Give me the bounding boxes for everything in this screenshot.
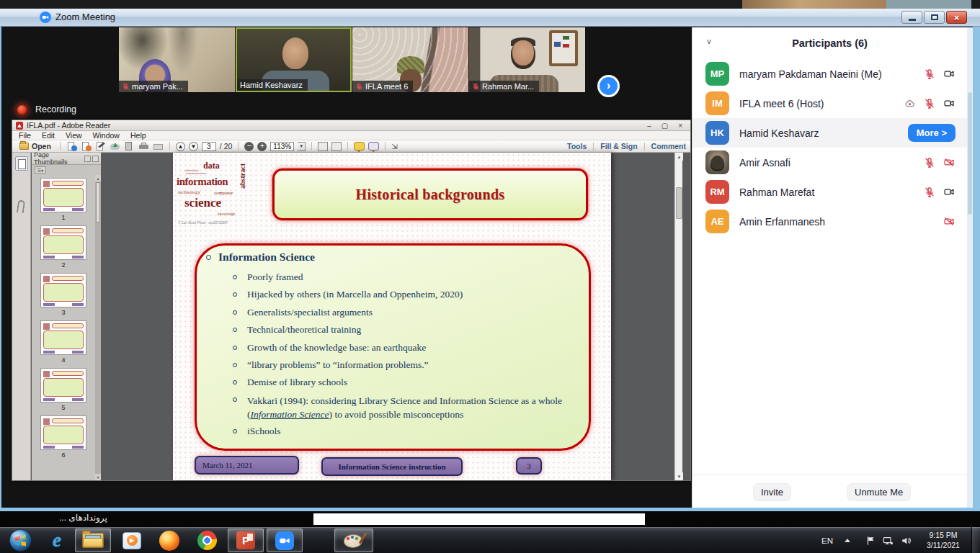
comment-tab[interactable]: Comment xyxy=(651,142,686,150)
menu-file[interactable]: File xyxy=(19,131,31,140)
volume-icon[interactable] xyxy=(899,527,913,553)
menu-view[interactable]: View xyxy=(66,131,82,140)
tray-clock[interactable]: 9:15 PM 3/11/2021 xyxy=(918,527,968,553)
taskbar-powerpoint[interactable]: P xyxy=(228,529,264,552)
pdf-page[interactable]: education data communication information… xyxy=(173,153,611,480)
fill-sign-tab[interactable]: Fill & Sign xyxy=(600,142,637,150)
menu-edit[interactable]: Edit xyxy=(42,131,55,140)
video-tile-hamid[interactable]: Hamid Keshavarz xyxy=(236,27,352,92)
unmute-me-button[interactable]: Unmute Me xyxy=(847,483,911,501)
zoom-window-border xyxy=(973,27,980,508)
pdf-close-button[interactable]: × xyxy=(678,122,682,130)
zoom-in-button[interactable]: + xyxy=(257,142,267,151)
attachments-paperclip-icon[interactable] xyxy=(17,199,25,213)
fullscreen-icon[interactable]: ⇲ xyxy=(391,143,397,150)
zoom-level-value[interactable]: 113% xyxy=(270,142,294,151)
recording-indicator: Recording xyxy=(17,104,76,114)
page-thumbnail[interactable]: 1 xyxy=(40,178,86,221)
taskbar-internet-explorer[interactable]: e xyxy=(40,529,74,552)
show-desktop-button[interactable] xyxy=(971,527,980,553)
tools-tab[interactable]: Tools xyxy=(567,142,587,150)
share-file-icon[interactable] xyxy=(66,142,77,151)
fit-page-icon[interactable] xyxy=(331,142,342,151)
save-icon[interactable] xyxy=(124,142,135,151)
scrollbar-thumb[interactable] xyxy=(676,187,682,219)
thumbnails-menu-icon[interactable]: ☰▾ xyxy=(35,166,46,174)
wallpaper-fragment xyxy=(886,0,971,9)
open-button[interactable]: Open xyxy=(17,141,54,151)
start-button[interactable] xyxy=(4,529,36,552)
bullet-item: “library problems” to “information probl… xyxy=(233,356,583,374)
taskbar-firefox[interactable] xyxy=(153,529,186,552)
print-icon[interactable] xyxy=(138,142,149,151)
page-thumbnail-current[interactable]: 3 xyxy=(40,273,86,316)
participant-row-hovered[interactable]: HK Hamid Keshavarz More > xyxy=(692,118,967,148)
sign-document-icon[interactable] xyxy=(95,142,106,151)
comment-bubble-icon[interactable] xyxy=(354,142,365,150)
avatar: AE xyxy=(705,210,729,233)
desktop-icon-label[interactable]: پروندادهای ... xyxy=(59,513,107,523)
panel-options-icon[interactable] xyxy=(84,156,91,162)
participant-row[interactable]: IM IFLA meet 6 (Host) xyxy=(692,89,967,118)
page-thumbnail[interactable]: 6 xyxy=(40,415,86,459)
invite-button[interactable]: Invite xyxy=(753,483,791,501)
action-center-flag-icon[interactable] xyxy=(863,527,878,553)
pdf-app-icon xyxy=(16,122,23,130)
scrolling-view-icon[interactable] xyxy=(318,142,328,151)
menu-window[interactable]: Window xyxy=(93,131,120,140)
participants-footer: Invite Unmute Me xyxy=(692,475,967,508)
page-thumbnail[interactable]: 5 xyxy=(40,368,86,411)
video-tile-maryam[interactable]: maryam Pak... xyxy=(119,27,235,92)
menu-help[interactable]: Help xyxy=(130,131,146,140)
participant-row[interactable]: MP maryam Pakdaman Naeini (Me) xyxy=(692,59,967,89)
bullet-item: Poorly framed xyxy=(233,269,583,286)
minimize-button[interactable] xyxy=(901,11,922,24)
annotate-bubble-icon[interactable] xyxy=(368,142,379,150)
panel-collapse-icon[interactable] xyxy=(92,156,99,162)
taskbar-media-player[interactable]: ▶ xyxy=(115,529,148,552)
zoom-dropdown-button[interactable]: ▾ xyxy=(298,142,306,151)
pdf-maximize-button[interactable]: ▢ xyxy=(662,122,668,130)
convert-file-icon[interactable] xyxy=(81,142,92,151)
network-icon[interactable] xyxy=(881,527,895,553)
participant-row[interactable]: RM Rahman Marefat xyxy=(692,177,967,207)
docked-window-bar[interactable] xyxy=(313,513,645,525)
thumbnails-scrollbar[interactable]: ▲▼ xyxy=(95,175,101,480)
document-scrollbar[interactable]: ▲▼ xyxy=(674,153,682,480)
more-button[interactable]: More > xyxy=(908,124,956,142)
video-tile-ifla[interactable]: IFLA meet 6 xyxy=(352,27,468,92)
mic-off-icon xyxy=(355,83,363,91)
participant-row[interactable]: AE Amin Erfanmanesh xyxy=(692,207,967,236)
page-number-input[interactable]: 3 xyxy=(202,142,216,151)
slide-heading: Information Science xyxy=(206,251,315,264)
next-videos-arrow-button[interactable]: › xyxy=(597,75,620,97)
zoom-titlebar[interactable]: Zoom Meeting × xyxy=(0,9,980,27)
participants-scrollbar[interactable] xyxy=(967,27,973,508)
taskbar-windows-explorer[interactable] xyxy=(75,529,111,552)
send-cloud-icon[interactable] xyxy=(110,142,120,151)
taskbar-chrome[interactable] xyxy=(190,529,223,552)
taskbar-zoom[interactable] xyxy=(267,529,303,552)
zoom-out-button[interactable]: − xyxy=(244,142,254,151)
video-tile-rahman[interactable]: Rahman Mar... xyxy=(469,27,585,92)
close-button[interactable]: × xyxy=(946,11,967,24)
page-thumbnail[interactable]: 2 xyxy=(40,225,86,269)
pdf-minimize-button[interactable]: – xyxy=(647,122,651,130)
taskbar-paint[interactable] xyxy=(334,529,373,552)
mic-off-icon xyxy=(924,157,935,168)
participant-row[interactable]: Amir Asnafi xyxy=(692,148,967,177)
pdf-titlebar[interactable]: IFLA.pdf - Adobe Reader – ▢ × xyxy=(12,120,690,131)
previous-page-button[interactable]: ▲ xyxy=(176,142,185,151)
email-icon[interactable] xyxy=(153,142,164,151)
page-thumbnail[interactable]: 4 xyxy=(40,320,86,364)
wallpaper-fragment xyxy=(742,0,886,9)
video-name-label: Rahman Mar... xyxy=(469,81,539,92)
page-thumbnails-tab-icon[interactable] xyxy=(15,156,28,171)
hidden-icons-arrow[interactable] xyxy=(845,527,850,553)
language-indicator[interactable]: EN xyxy=(819,527,836,553)
maximize-button[interactable] xyxy=(924,11,945,24)
video-name-label: maryam Pak... xyxy=(119,81,188,92)
avatar: HK xyxy=(705,121,729,145)
next-page-button[interactable]: ▼ xyxy=(189,142,198,151)
chevron-down-icon[interactable]: ˅ xyxy=(704,37,714,48)
